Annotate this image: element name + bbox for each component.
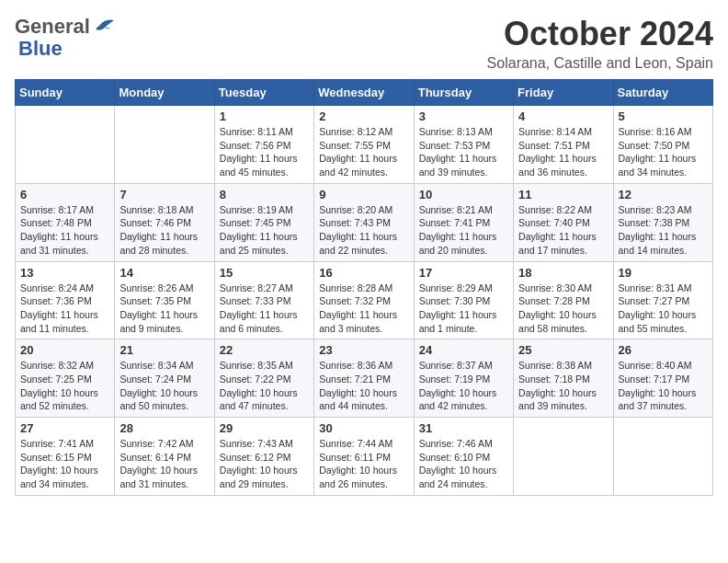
day-number: 19	[619, 266, 708, 280]
calendar-cell: 1Sunrise: 8:11 AMSunset: 7:56 PMDaylight…	[214, 106, 313, 184]
calendar-week-5: 27Sunrise: 7:41 AMSunset: 6:15 PMDayligh…	[16, 418, 713, 496]
day-number: 24	[419, 343, 508, 357]
day-number: 23	[319, 343, 408, 357]
calendar-cell: 4Sunrise: 8:14 AMSunset: 7:51 PMDaylight…	[514, 106, 613, 184]
logo-general-text: General	[15, 15, 90, 39]
weekday-header-sunday: Sunday	[16, 80, 115, 106]
calendar-table: SundayMondayTuesdayWednesdayThursdayFrid…	[15, 79, 713, 496]
day-number: 14	[119, 266, 209, 280]
day-number: 2	[319, 109, 408, 123]
day-info: Sunrise: 8:11 AMSunset: 7:56 PMDaylight:…	[220, 125, 309, 179]
calendar-cell: 11Sunrise: 8:22 AMSunset: 7:40 PMDayligh…	[514, 183, 613, 261]
day-info: Sunrise: 8:18 AMSunset: 7:46 PMDaylight:…	[119, 203, 209, 258]
calendar-cell: 2Sunrise: 8:12 AMSunset: 7:55 PMDaylight…	[314, 106, 414, 184]
day-number: 11	[518, 188, 608, 201]
calendar-header-row: SundayMondayTuesdayWednesdayThursdayFrid…	[16, 80, 713, 106]
calendar-cell: 5Sunrise: 8:16 AMSunset: 7:50 PMDaylight…	[613, 106, 712, 184]
weekday-header-friday: Friday	[514, 80, 613, 106]
calendar-cell: 13Sunrise: 8:24 AMSunset: 7:36 PMDayligh…	[16, 261, 115, 339]
calendar-cell: 24Sunrise: 8:37 AMSunset: 7:19 PMDayligh…	[414, 339, 513, 418]
calendar-cell: 10Sunrise: 8:21 AMSunset: 7:41 PMDayligh…	[414, 183, 513, 261]
calendar-cell: 9Sunrise: 8:20 AMSunset: 7:43 PMDaylight…	[314, 183, 414, 261]
day-number: 8	[220, 188, 309, 201]
day-number: 17	[419, 266, 508, 280]
calendar-cell: 15Sunrise: 8:27 AMSunset: 7:33 PMDayligh…	[214, 261, 313, 339]
day-number: 22	[220, 343, 309, 357]
location-title: Solarana, Castille and Leon, Spain	[487, 55, 713, 72]
day-info: Sunrise: 8:35 AMSunset: 7:22 PMDaylight:…	[220, 359, 309, 413]
day-number: 26	[619, 343, 708, 357]
day-info: Sunrise: 8:12 AMSunset: 7:55 PMDaylight:…	[319, 125, 408, 179]
day-number: 7	[119, 188, 209, 201]
day-number: 25	[518, 343, 608, 357]
day-number: 27	[20, 421, 109, 435]
day-info: Sunrise: 8:26 AMSunset: 7:35 PMDaylight:…	[119, 282, 209, 336]
day-info: Sunrise: 8:17 AMSunset: 7:48 PMDaylight:…	[20, 203, 109, 258]
day-info: Sunrise: 8:27 AMSunset: 7:33 PMDaylight:…	[220, 282, 309, 336]
logo-blue-text: Blue	[18, 37, 63, 60]
calendar-cell: 18Sunrise: 8:30 AMSunset: 7:28 PMDayligh…	[514, 261, 613, 339]
calendar-cell	[16, 106, 115, 184]
day-number: 9	[319, 188, 408, 201]
calendar-cell	[613, 418, 712, 496]
day-number: 4	[518, 109, 608, 123]
day-number: 30	[319, 421, 408, 435]
day-info: Sunrise: 8:28 AMSunset: 7:32 PMDaylight:…	[319, 282, 408, 336]
day-number: 28	[119, 421, 209, 435]
day-info: Sunrise: 8:37 AMSunset: 7:19 PMDaylight:…	[419, 359, 508, 413]
weekday-header-monday: Monday	[115, 80, 214, 106]
calendar-week-1: 1Sunrise: 8:11 AMSunset: 7:56 PMDaylight…	[16, 106, 713, 184]
day-info: Sunrise: 8:13 AMSunset: 7:53 PMDaylight:…	[419, 125, 508, 179]
calendar-cell	[514, 418, 613, 496]
day-number: 1	[220, 109, 309, 123]
calendar-cell: 21Sunrise: 8:34 AMSunset: 7:24 PMDayligh…	[115, 339, 214, 418]
calendar-cell: 29Sunrise: 7:43 AMSunset: 6:12 PMDayligh…	[214, 418, 313, 496]
calendar-cell: 6Sunrise: 8:17 AMSunset: 7:48 PMDaylight…	[16, 183, 115, 261]
calendar-cell: 30Sunrise: 7:44 AMSunset: 6:11 PMDayligh…	[314, 418, 414, 496]
day-number: 15	[220, 266, 309, 280]
calendar-cell: 22Sunrise: 8:35 AMSunset: 7:22 PMDayligh…	[214, 339, 313, 418]
day-info: Sunrise: 7:44 AMSunset: 6:11 PMDaylight:…	[319, 437, 408, 491]
day-info: Sunrise: 7:43 AMSunset: 6:12 PMDaylight:…	[220, 437, 309, 491]
day-number: 18	[518, 266, 608, 280]
calendar-week-3: 13Sunrise: 8:24 AMSunset: 7:36 PMDayligh…	[16, 261, 713, 339]
day-info: Sunrise: 8:20 AMSunset: 7:43 PMDaylight:…	[319, 203, 408, 258]
weekday-header-thursday: Thursday	[414, 80, 513, 106]
calendar-cell: 25Sunrise: 8:38 AMSunset: 7:18 PMDayligh…	[514, 339, 613, 418]
calendar-cell: 7Sunrise: 8:18 AMSunset: 7:46 PMDaylight…	[115, 183, 214, 261]
day-number: 5	[619, 109, 708, 123]
calendar-cell: 3Sunrise: 8:13 AMSunset: 7:53 PMDaylight…	[414, 106, 513, 184]
day-number: 29	[220, 421, 309, 435]
page-header: General Blue October 2024 Solarana, Cast…	[15, 15, 713, 72]
day-info: Sunrise: 8:32 AMSunset: 7:25 PMDaylight:…	[20, 359, 109, 413]
day-info: Sunrise: 8:34 AMSunset: 7:24 PMDaylight:…	[119, 359, 209, 413]
day-info: Sunrise: 8:24 AMSunset: 7:36 PMDaylight:…	[20, 282, 109, 336]
day-number: 16	[319, 266, 408, 280]
calendar-cell: 16Sunrise: 8:28 AMSunset: 7:32 PMDayligh…	[314, 261, 414, 339]
day-info: Sunrise: 8:14 AMSunset: 7:51 PMDaylight:…	[518, 125, 608, 179]
day-info: Sunrise: 8:38 AMSunset: 7:18 PMDaylight:…	[518, 359, 608, 413]
calendar-week-2: 6Sunrise: 8:17 AMSunset: 7:48 PMDaylight…	[16, 183, 713, 261]
day-number: 3	[419, 109, 508, 123]
day-info: Sunrise: 8:22 AMSunset: 7:40 PMDaylight:…	[518, 203, 608, 258]
day-number: 20	[20, 343, 109, 357]
day-number: 31	[419, 421, 508, 435]
day-number: 13	[20, 266, 109, 280]
day-info: Sunrise: 8:30 AMSunset: 7:28 PMDaylight:…	[518, 282, 608, 336]
calendar-cell: 27Sunrise: 7:41 AMSunset: 6:15 PMDayligh…	[16, 418, 115, 496]
weekday-header-saturday: Saturday	[613, 80, 712, 106]
logo-bird-icon	[92, 17, 116, 37]
calendar-cell: 23Sunrise: 8:36 AMSunset: 7:21 PMDayligh…	[314, 339, 414, 418]
logo: General Blue	[15, 15, 116, 61]
day-number: 10	[419, 188, 508, 201]
day-info: Sunrise: 8:19 AMSunset: 7:45 PMDaylight:…	[220, 203, 309, 258]
day-info: Sunrise: 8:23 AMSunset: 7:38 PMDaylight:…	[619, 203, 708, 258]
day-info: Sunrise: 8:21 AMSunset: 7:41 PMDaylight:…	[419, 203, 508, 258]
calendar-cell: 31Sunrise: 7:46 AMSunset: 6:10 PMDayligh…	[414, 418, 513, 496]
month-title: October 2024	[487, 15, 713, 53]
weekday-header-tuesday: Tuesday	[214, 80, 313, 106]
calendar-cell: 28Sunrise: 7:42 AMSunset: 6:14 PMDayligh…	[115, 418, 214, 496]
day-info: Sunrise: 8:40 AMSunset: 7:17 PMDaylight:…	[619, 359, 708, 413]
day-number: 12	[619, 188, 708, 201]
day-info: Sunrise: 8:16 AMSunset: 7:50 PMDaylight:…	[619, 125, 708, 179]
